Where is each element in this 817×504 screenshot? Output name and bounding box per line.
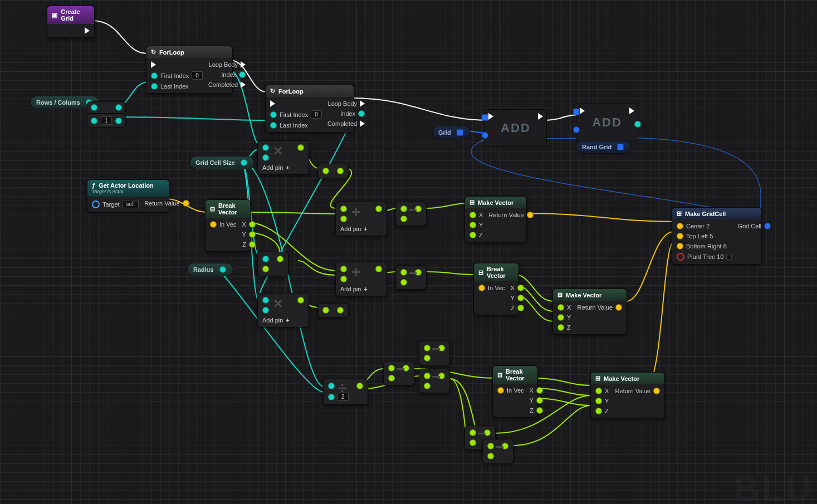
node-subtract-4[interactable]: − [419,369,450,393]
pin-in[interactable] [91,104,97,111]
node-subtract-2[interactable]: − [395,265,427,290]
pin-a[interactable] [340,205,347,212]
node-make-grid-cell[interactable]: ⊞Make GridCell Center 2 Top Left 5 Botto… [672,207,762,265]
pin-array[interactable] [573,109,580,115]
pin-z[interactable]: Z [595,408,609,414]
node-multiply-1[interactable]: Add pin+ × [257,140,309,175]
pin-out[interactable] [297,144,304,151]
pin-loop-body[interactable]: Loop Body [328,100,365,107]
node-make-vector-3[interactable]: ⊞Make Vector X Y Z Return Value [590,372,665,418]
pin-first-index[interactable]: First Index0 [270,110,322,119]
pin-b[interactable] [262,154,269,161]
node-array-add-1[interactable]: ADD [485,109,547,147]
node-op-small-2[interactable] [257,252,288,276]
pin-center[interactable]: Center 2 [677,223,732,229]
pin-in-vec[interactable]: In Vec [210,221,237,228]
pin-top-left[interactable]: Top Left 5 [677,233,732,239]
node-divide[interactable]: 2 ÷ [323,379,368,405]
pin-y[interactable]: Y [242,231,256,238]
pin-b[interactable] [340,216,347,222]
pin-out[interactable] [415,205,422,212]
variable-rand-grid[interactable]: Rand Grid [576,140,631,154]
pin-b[interactable] [262,266,269,272]
pin-plant-tree[interactable]: Plant Tree 10 [677,253,732,261]
pin-b[interactable] [400,216,407,222]
pin-a[interactable] [424,373,430,379]
node-array-add-2[interactable]: ADD [576,104,638,141]
pin-y[interactable]: Y [557,314,571,321]
pin-a[interactable] [400,269,407,276]
pin-return-value[interactable]: Return Value [144,200,189,207]
node-make-vector-2[interactable]: ⊞Make Vector X Y Z Return Value [552,288,627,335]
pin-b[interactable] [487,453,494,459]
node-int-literal[interactable]: 1 [87,114,126,128]
add-pin-button[interactable]: Add pin+ [340,226,368,232]
pin-array[interactable] [482,114,488,121]
pin-first-index[interactable]: First Index0 [151,71,203,80]
pin-out[interactable] [502,443,508,449]
pin-a[interactable] [400,205,407,212]
exec-out[interactable] [538,113,543,120]
pin-in-vec[interactable]: In Vec [478,285,505,291]
pin-out[interactable] [375,205,382,212]
pin-a[interactable] [340,266,347,272]
pin-out[interactable] [415,269,422,276]
pin-z[interactable]: Z [511,305,524,311]
exec-in[interactable] [488,113,493,120]
node-multiply-2[interactable]: Add pin+ × [257,293,309,327]
variable-grid-cell-size[interactable]: Grid Cell Size [189,156,255,169]
pin-a[interactable] [262,256,269,262]
pin-last-index[interactable]: Last Index [151,83,203,90]
pin-out[interactable] [277,256,283,262]
exec-in[interactable] [151,61,203,68]
node-reroute-subtract[interactable] [87,101,126,114]
pin-a[interactable] [424,345,430,351]
node-add-float-1[interactable]: Add pin+ + [335,202,387,236]
pin-x[interactable]: X [557,304,571,311]
node-break-vector-2[interactable]: ⊟Break Vector In Vec X Y Z [473,263,519,315]
node-forloop-2[interactable]: ↻ForLoop First Index0 Last Index Loop Bo… [265,85,354,133]
pin-return-value[interactable]: Return Value [578,304,622,311]
node-add-float-2[interactable]: Add pin+ + [335,262,387,296]
pin-z[interactable]: Z [242,241,256,248]
pin-a[interactable] [322,307,329,314]
node-forloop-1[interactable]: ↻ForLoop First Index0 Last Index Loop Bo… [146,46,233,94]
pin-out[interactable] [337,168,344,174]
variable-grid[interactable]: Grid [432,126,471,139]
pin-completed[interactable]: Completed [208,81,246,88]
pin-b[interactable] [340,276,347,282]
pin-in-vec[interactable]: In Vec [497,387,524,394]
pin-out[interactable] [356,383,363,389]
pin-b[interactable] [424,383,430,389]
pin-target[interactable]: Targetself [92,200,139,208]
node-break-vector-1[interactable]: ⊟Break Vector In Vec X Y Z [205,199,251,252]
pin-out[interactable] [403,365,409,371]
pin-y[interactable]: Y [469,222,483,228]
exec-out[interactable] [85,27,90,34]
pin-x[interactable]: X [511,285,524,291]
pin-a[interactable] [328,383,335,389]
node-op-small-3[interactable] [317,303,349,317]
pin-a[interactable] [322,168,329,174]
pin-index[interactable]: Index [221,71,246,78]
pin-a[interactable] [469,429,476,436]
pin-b[interactable] [424,355,430,361]
checkbox[interactable] [726,254,732,260]
pin-loop-body[interactable]: Loop Body [209,61,246,68]
pin-a[interactable] [487,443,494,449]
pin-grid-cell[interactable]: Grid Cell [737,223,771,229]
pin-z[interactable]: Z [557,324,571,331]
pin-out[interactable] [115,104,122,111]
pin-b[interactable] [400,279,407,286]
node-subtract-7[interactable]: − [482,439,513,463]
pin-y[interactable]: Y [595,398,609,404]
add-pin-button[interactable]: Add pin+ [262,164,290,171]
node-subtract-1[interactable]: − [395,202,427,226]
node-make-vector-1[interactable]: ⊞Make Vector X Y Z Return Value [464,196,527,242]
node-break-vector-3[interactable]: ⊟Break Vector In Vec X Y Z [492,365,538,418]
pin-bottom-right[interactable]: Bottom Right 8 [677,243,732,249]
node-op-small-1[interactable] [317,164,349,178]
pin-completed[interactable]: Completed [327,120,365,127]
pin-y[interactable]: Y [511,295,524,301]
pin-z[interactable]: Z [469,232,483,238]
